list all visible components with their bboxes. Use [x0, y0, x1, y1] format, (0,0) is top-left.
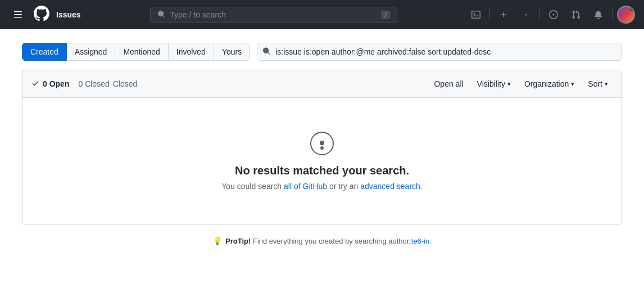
- sort-button[interactable]: Sort ▾: [583, 77, 613, 91]
- new-chevron-button[interactable]: [517, 6, 535, 24]
- hamburger-button[interactable]: [9, 6, 27, 24]
- closed-count[interactable]: 0 Closed Closed: [78, 79, 137, 88]
- terminal-button[interactable]: [467, 6, 485, 24]
- page-title: Issues: [56, 10, 81, 19]
- protip-label: ProTip!: [225, 237, 251, 245]
- header-divider-3: [612, 9, 613, 20]
- advanced-search-link[interactable]: advanced search: [360, 182, 420, 191]
- protip-text: ProTip! Find everything you created by s…: [225, 237, 432, 245]
- issues-container: 0 Open 0 Closed Closed Open all Visibili…: [22, 70, 622, 225]
- open-all-button[interactable]: Open all: [429, 77, 468, 91]
- tab-created[interactable]: Created: [22, 43, 67, 61]
- tab-yours[interactable]: Yours: [214, 43, 250, 61]
- empty-subtitle-prefix: You could search: [221, 182, 284, 191]
- page-content: Created Assigned Mentioned Involved Your…: [13, 29, 631, 259]
- tab-search-wrapper: [257, 43, 622, 61]
- protip: 💡 ProTip! Find everything you created by…: [22, 236, 622, 245]
- issues-actions: Open all Visibility ▾ Organization ▾ Sor…: [429, 77, 613, 91]
- closed-label: Closed: [113, 79, 138, 88]
- header-search: Type / to search /: [90, 7, 458, 23]
- header-divider: [489, 9, 490, 20]
- global-search-bar[interactable]: Type / to search /: [150, 7, 397, 23]
- empty-subtitle-middle: or try an: [327, 182, 360, 191]
- empty-state: No results matched your search. You coul…: [22, 98, 622, 224]
- protip-author-link[interactable]: author:te6-in: [388, 237, 429, 245]
- new-button[interactable]: [495, 6, 513, 24]
- search-field-wrapper: [257, 43, 622, 61]
- issues-counts: 0 Open 0 Closed Closed: [31, 79, 137, 89]
- header-left: Issues: [9, 6, 81, 24]
- open-count[interactable]: 0 Open: [31, 79, 69, 89]
- visibility-chevron-icon: ▾: [507, 80, 511, 88]
- empty-icon-inner-dot: [320, 146, 324, 150]
- visibility-button[interactable]: Visibility ▾: [473, 77, 515, 91]
- github-logo[interactable]: [34, 6, 49, 24]
- issues-header: 0 Open 0 Closed Closed Open all Visibili…: [22, 70, 622, 98]
- search-kbd: /: [381, 11, 391, 19]
- empty-subtitle: You could search all of GitHub or try an…: [221, 182, 423, 191]
- check-icon: [31, 79, 39, 89]
- filter-search-icon: [262, 47, 270, 57]
- search-placeholder: Type / to search: [170, 10, 376, 19]
- empty-title: No results matched your search.: [235, 164, 409, 177]
- empty-issue-icon: [310, 132, 334, 155]
- empty-subtitle-suffix: .: [420, 182, 423, 191]
- all-github-link[interactable]: all of GitHub: [284, 182, 327, 191]
- tab-mentioned[interactable]: Mentioned: [115, 43, 168, 61]
- organization-button[interactable]: Organization ▾: [520, 77, 579, 91]
- filter-search-input[interactable]: [257, 43, 622, 61]
- tab-involved[interactable]: Involved: [169, 43, 214, 61]
- search-icon: [157, 10, 165, 20]
- organization-chevron-icon: ▾: [571, 80, 574, 88]
- tab-assigned[interactable]: Assigned: [67, 43, 116, 61]
- pullrequest-button[interactable]: [567, 6, 585, 24]
- header: Issues Type / to search /: [0, 0, 644, 29]
- filter-tabs: Created Assigned Mentioned Involved Your…: [22, 43, 622, 61]
- notification-dot: [630, 6, 634, 11]
- closed-count-label: 0 Closed: [78, 79, 109, 88]
- open-count-label: 0 Open: [43, 79, 69, 88]
- sort-chevron-icon: ▾: [605, 80, 608, 88]
- header-right: [467, 6, 635, 24]
- issues-button[interactable]: [545, 6, 563, 24]
- avatar[interactable]: [617, 6, 635, 24]
- notifications-button[interactable]: [589, 6, 607, 24]
- header-divider-2: [539, 9, 540, 20]
- bulb-icon: 💡: [212, 236, 222, 245]
